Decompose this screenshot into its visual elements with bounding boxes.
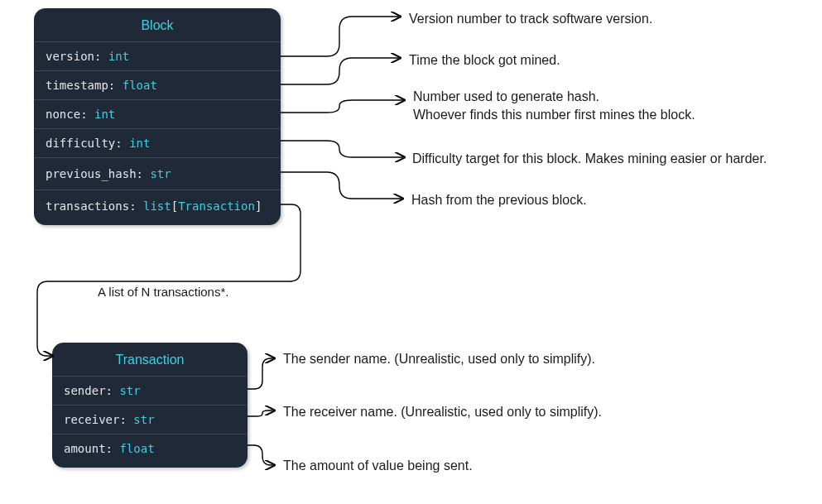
annotation-nonce-line2: Whoever finds this number first mines th…	[413, 108, 695, 122]
annotation-transactions-note: A list of N transactions*.	[98, 285, 228, 299]
field-name: timestamp	[46, 79, 108, 92]
field-type: str	[133, 413, 154, 426]
annotation-amount: The amount of value being sent.	[283, 457, 473, 475]
annotation-nonce-line1: Number used to generate hash.	[413, 89, 599, 103]
block-field-transactions: transactions: list[Transaction]	[34, 190, 281, 220]
field-name: previous_hash	[46, 167, 137, 180]
field-type: str	[150, 167, 171, 180]
annotation-timestamp: Time the block got mined.	[409, 51, 560, 70]
arrow-nonce	[281, 100, 403, 113]
field-name: transactions	[46, 199, 129, 213]
field-name: difficulty	[46, 137, 115, 150]
block-field-timestamp: timestamp: float	[34, 70, 281, 99]
arrow-timestamp	[281, 58, 399, 84]
annotation-difficulty: Difficulty target for this block. Makes …	[412, 150, 767, 168]
block-field-difficulty: difficulty: int	[34, 128, 281, 157]
block-field-nonce: nonce: int	[34, 99, 281, 128]
block-field-version: version: int	[34, 41, 281, 70]
annotation-previous-hash: Hash from the previous block.	[411, 191, 587, 209]
field-type-prefix: list	[143, 199, 171, 213]
transaction-field-sender: sender: str	[52, 376, 248, 405]
arrow-version	[281, 17, 399, 56]
field-type: int	[108, 50, 129, 63]
field-type: float	[123, 79, 157, 92]
annotation-sender: The sender name. (Unrealistic, used only…	[283, 350, 595, 368]
field-name: receiver	[64, 413, 119, 426]
arrow-difficulty	[281, 141, 403, 157]
transaction-class-card: Transaction sender: str receiver: str am…	[52, 343, 248, 468]
block-class-card: Block version: int timestamp: float nonc…	[34, 8, 281, 225]
field-name: amount	[64, 442, 106, 455]
field-type: float	[119, 442, 154, 455]
field-name: version	[46, 50, 94, 63]
block-field-previous-hash: previous_hash: str	[34, 157, 281, 190]
field-type: str	[119, 384, 140, 397]
field-type-inner: Transaction	[178, 199, 255, 213]
arrow-sender	[248, 358, 273, 389]
arrow-previous-hash	[281, 172, 401, 199]
annotation-version: Version number to track software version…	[409, 10, 652, 28]
field-name: sender	[64, 384, 106, 397]
transaction-field-receiver: receiver: str	[52, 405, 248, 434]
transaction-title: Transaction	[52, 343, 248, 376]
field-name: nonce	[46, 108, 80, 121]
block-title: Block	[34, 8, 281, 41]
field-type: int	[94, 108, 115, 121]
arrow-receiver	[248, 410, 273, 416]
annotation-receiver: The receiver name. (Unrealistic, used on…	[283, 403, 602, 421]
field-type: int	[129, 137, 150, 150]
transaction-field-amount: amount: float	[52, 434, 248, 463]
arrow-amount	[248, 445, 273, 465]
arrow-transactions	[37, 204, 300, 356]
annotation-nonce: Number used to generate hash. Whoever fi…	[413, 88, 695, 123]
